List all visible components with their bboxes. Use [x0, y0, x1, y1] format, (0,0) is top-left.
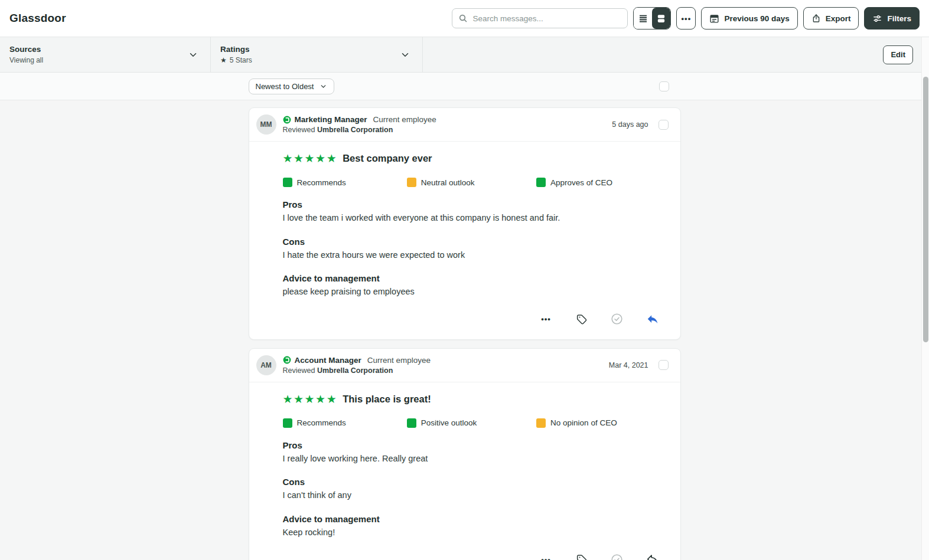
chevron-down-icon	[400, 50, 410, 60]
tag-color-swatch	[407, 418, 416, 428]
cons-text: I hate the extra hours we were expected …	[283, 250, 666, 261]
reply-button[interactable]	[643, 552, 663, 560]
review-checkbox[interactable]	[659, 120, 669, 130]
card-view-icon	[656, 14, 666, 24]
employment-status: Current employee	[367, 356, 431, 365]
search-icon	[458, 14, 468, 23]
edit-button[interactable]: Edit	[883, 45, 913, 64]
advice-text: Keep rocking!	[283, 527, 666, 539]
list-view-icon	[638, 14, 648, 23]
tag-button[interactable]	[572, 312, 592, 326]
company-name: Umbrella Corporation	[317, 126, 393, 134]
reviewer-title[interactable]: Marketing Manager	[295, 115, 367, 124]
sentiment-tag: Recommends	[283, 418, 407, 428]
reply-icon	[646, 313, 659, 326]
filter-bar: Sources Viewing all Ratings ★ 5 Stars Ed…	[0, 37, 929, 73]
view-toggle	[633, 7, 671, 30]
review-date: 5 days ago	[612, 120, 648, 129]
sentiment-tag: Recommends	[283, 178, 407, 187]
scrollbar-thumb[interactable]	[923, 77, 928, 342]
cons-heading: Cons	[283, 237, 666, 247]
chevron-down-icon	[188, 50, 198, 60]
tag-color-swatch	[536, 418, 546, 428]
select-all-checkbox[interactable]	[659, 81, 669, 91]
filters-button[interactable]: Filters	[864, 7, 920, 30]
reviewed-label: Reviewed	[283, 366, 315, 375]
date-range-button[interactable]: Previous 90 days	[701, 7, 797, 30]
resolve-button[interactable]	[607, 312, 627, 326]
export-label: Export	[826, 14, 851, 23]
sources-label: Sources	[9, 45, 43, 54]
pros-heading: Pros	[283, 440, 666, 450]
glassdoor-logo-icon	[283, 356, 291, 364]
avatar: AM	[256, 355, 276, 375]
more-options-button[interactable]: •••	[676, 7, 696, 30]
cons-text: I can't think of any	[283, 490, 666, 502]
tag-icon	[576, 313, 588, 325]
pros-heading: Pros	[283, 199, 666, 209]
ratings-value: 5 Stars	[230, 56, 252, 64]
review-title: This place is great!	[343, 394, 431, 405]
review-list: MM Marketing Manager Current employee Re…	[0, 100, 929, 560]
pros-text: I really love working here. Really great	[283, 453, 666, 465]
review-card: MM Marketing Manager Current employee Re…	[249, 107, 681, 340]
tag-color-swatch	[283, 418, 292, 428]
employment-status: Current employee	[373, 115, 436, 124]
advice-heading: Advice to management	[283, 514, 666, 524]
check-circle-icon	[611, 313, 623, 325]
export-icon	[811, 14, 821, 23]
avatar: MM	[256, 114, 276, 135]
more-actions-button[interactable]: •••	[536, 312, 556, 326]
page-title: Glassdoor	[9, 12, 66, 25]
filters-label: Filters	[887, 14, 911, 23]
advice-text: please keep praising to employees	[283, 286, 666, 298]
search-input[interactable]	[472, 14, 621, 23]
sort-select[interactable]: Newest to Oldest	[249, 78, 334, 94]
resolve-button[interactable]	[607, 552, 627, 560]
pros-text: I love the team i worked with everyone a…	[283, 212, 666, 224]
rating-stars: ★★★★★	[283, 153, 338, 164]
advice-heading: Advice to management	[283, 273, 666, 283]
export-button[interactable]: Export	[803, 7, 859, 30]
tag-icon	[576, 554, 588, 560]
tag-color-swatch	[283, 178, 292, 187]
more-icon: •••	[541, 556, 551, 560]
more-icon: •••	[682, 15, 692, 22]
review-card: AM Account Manager Current employee Revi…	[249, 348, 681, 560]
tag-button[interactable]	[572, 552, 592, 560]
list-view-button[interactable]	[634, 8, 652, 29]
filters-icon	[872, 14, 882, 24]
ratings-filter[interactable]: Ratings ★ 5 Stars	[211, 37, 423, 72]
sources-value: Viewing all	[9, 56, 43, 64]
calendar-icon	[709, 14, 719, 24]
ratings-label: Ratings	[220, 45, 252, 54]
sentiment-tag: Positive outlook	[407, 418, 536, 428]
search-box[interactable]	[452, 8, 628, 28]
reviewer-title[interactable]: Account Manager	[295, 356, 361, 365]
tag-color-swatch	[407, 178, 416, 187]
rating-stars: ★★★★★	[283, 394, 338, 405]
sort-row: Newest to Oldest	[0, 73, 929, 100]
glassdoor-logo-icon	[283, 116, 291, 124]
review-title: Best company ever	[343, 153, 432, 164]
scrollbar-track[interactable]	[921, 37, 929, 560]
reply-icon	[646, 553, 659, 560]
sources-filter[interactable]: Sources Viewing all	[0, 37, 211, 72]
check-circle-icon	[611, 554, 623, 560]
sort-value: Newest to Oldest	[256, 82, 314, 91]
company-name: Umbrella Corporation	[317, 366, 393, 375]
cons-heading: Cons	[283, 477, 666, 487]
tag-color-swatch	[536, 178, 546, 187]
review-date: Mar 4, 2021	[609, 361, 648, 369]
reviewed-label: Reviewed	[283, 126, 315, 134]
sentiment-tag: Approves of CEO	[536, 178, 666, 187]
reply-button[interactable]	[643, 312, 663, 326]
sentiment-tag: Neutral outlook	[407, 178, 536, 187]
more-actions-button[interactable]: •••	[536, 552, 556, 560]
star-icon: ★	[220, 56, 227, 64]
date-range-label: Previous 90 days	[724, 14, 789, 23]
more-icon: •••	[541, 315, 551, 323]
sentiment-tag: No opinion of CEO	[536, 418, 666, 428]
review-checkbox[interactable]	[659, 360, 669, 370]
card-view-button[interactable]	[652, 8, 670, 29]
